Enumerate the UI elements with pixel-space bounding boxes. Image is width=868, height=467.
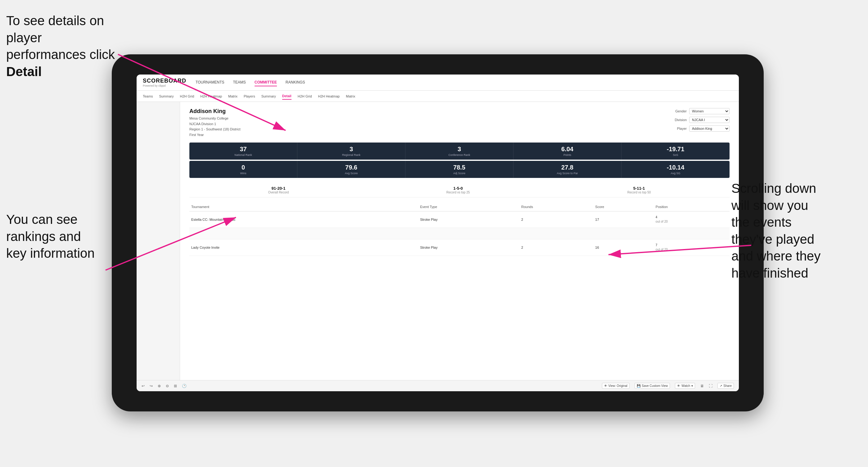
main-content: Addison King Mesa Community College NJCA… bbox=[136, 102, 739, 380]
col-tournament: Tournament bbox=[189, 203, 418, 212]
annotation-right-text: Scrolling downwill show youthe eventsthe… bbox=[732, 181, 820, 280]
subnav-detail[interactable]: Detail bbox=[282, 93, 291, 100]
nav-teams[interactable]: TEAMS bbox=[233, 79, 246, 86]
record-overall-value: 91-20-1 bbox=[268, 186, 289, 191]
annotation-bottom-left-text: You can seerankings andkey information bbox=[6, 212, 95, 260]
gender-filter-row: Gender Women bbox=[671, 108, 730, 114]
annotation-detail-bold: Detail bbox=[6, 64, 41, 79]
subnav-matrix[interactable]: Matrix bbox=[228, 93, 238, 99]
stat-avg-score-par: 27.8 Avg Score to Par bbox=[514, 161, 621, 178]
share-button[interactable]: ↗ Share bbox=[717, 383, 734, 389]
stat-avg-score-par-value: 27.8 bbox=[516, 164, 619, 171]
save-custom-label: Save Custom View bbox=[642, 384, 668, 387]
view-icon: 👁 bbox=[604, 384, 607, 387]
table-row: Estella CC- Mountain Classic Stroke Play… bbox=[189, 212, 730, 228]
cell-rounds-1: 2 bbox=[519, 212, 593, 228]
subnav-h2h-heatmap[interactable]: H2H Heatmap bbox=[200, 93, 222, 99]
record-top50-value: 5-11-1 bbox=[627, 186, 651, 191]
stat-adj-score: 78.5 Adj Score bbox=[405, 161, 514, 178]
gender-select[interactable]: Women bbox=[689, 108, 730, 114]
col-event-type: Event Type bbox=[418, 203, 519, 212]
stat-sos: -19.71 SoS bbox=[621, 143, 730, 160]
subnav-h2h-grid[interactable]: H2H Grid bbox=[180, 93, 194, 99]
main-nav-items: TOURNAMENTS TEAMS COMMITTEE RANKINGS bbox=[195, 79, 305, 86]
annotation-top-left-text: To see details on player performances cl… bbox=[6, 13, 115, 79]
view-original-button[interactable]: 👁 View: Original bbox=[602, 383, 630, 389]
undo-icon[interactable]: ↩ bbox=[142, 384, 145, 388]
gender-label: Gender bbox=[671, 109, 687, 113]
cell-score-empty bbox=[593, 228, 654, 240]
expand-icon[interactable]: ⛶ bbox=[709, 384, 712, 388]
save-custom-button[interactable]: 💾 Save Custom View bbox=[634, 383, 670, 389]
stat-adj-score-value: 78.5 bbox=[408, 164, 511, 171]
subnav-players[interactable]: Players bbox=[244, 93, 255, 99]
division-label: Division bbox=[671, 118, 687, 122]
subnav-summary[interactable]: Summary bbox=[159, 93, 174, 99]
screen-icon[interactable]: 🖥 bbox=[700, 384, 704, 388]
content-area: Addison King Mesa Community College NJCA… bbox=[180, 102, 739, 380]
stat-regional-rank-label: Regional Rank bbox=[300, 153, 403, 156]
layout-icon[interactable]: ⊞ bbox=[174, 384, 177, 388]
annotation-top-left: To see details on player performances cl… bbox=[6, 12, 124, 80]
player-select[interactable]: Addison King bbox=[689, 125, 730, 132]
player-division: NJCAA Division 1 bbox=[189, 121, 240, 127]
cell-tournament-2: Lady Coyote Invite bbox=[189, 240, 418, 256]
subnav-summary2[interactable]: Summary bbox=[261, 93, 276, 99]
subnav-teams[interactable]: Teams bbox=[143, 93, 153, 99]
subnav-h2h-heatmap2[interactable]: H2H Heatmap bbox=[318, 93, 340, 99]
stat-avg-score-label: Avg Score bbox=[300, 172, 403, 175]
stat-avg-score-par-label: Avg Score to Par bbox=[516, 172, 619, 175]
annotation-bottom-left: You can seerankings andkey information bbox=[6, 211, 118, 262]
stat-sos-label: SoS bbox=[624, 153, 727, 156]
stats-row-2: 0 Wins 79.6 Avg Score 78.5 Adj Score 27.… bbox=[189, 161, 730, 178]
division-filter-row: Division NJCAA I bbox=[671, 117, 730, 123]
bottom-toolbar: ↩ ↪ ⊕ ⊖ ⊞ 🕐 👁 View: Original 💾 Save Cust… bbox=[136, 380, 739, 391]
stat-national-rank-label: National Rank bbox=[192, 153, 294, 156]
logo-subtitle: Powered by clippd bbox=[143, 84, 186, 87]
tournament-table: Tournament Event Type Rounds Score Posit… bbox=[189, 203, 730, 256]
redo-icon[interactable]: ↪ bbox=[150, 384, 153, 388]
cell-rounds-2: 2 bbox=[519, 240, 593, 256]
watch-chevron-icon: ▾ bbox=[691, 384, 693, 387]
player-info: Addison King Mesa Community College NJCA… bbox=[189, 108, 240, 137]
table-row bbox=[189, 228, 730, 240]
player-filters: Gender Women Division NJCAA I bbox=[671, 108, 730, 137]
player-region: Region 1 - Southwest (18) District bbox=[189, 127, 240, 132]
view-original-label: View: Original bbox=[609, 384, 628, 387]
cell-rounds-empty bbox=[519, 228, 593, 240]
stat-regional-rank-value: 3 bbox=[300, 146, 403, 153]
stat-wins: 0 Wins bbox=[189, 161, 298, 178]
division-select[interactable]: NJCAA I bbox=[689, 117, 730, 123]
player-college: Mesa Community College bbox=[189, 116, 240, 121]
stats-row-1: 37 National Rank 3 Regional Rank 3 Confe… bbox=[189, 143, 730, 160]
cell-event-type-1: Stroke Play bbox=[418, 212, 519, 228]
save-icon: 💾 bbox=[637, 384, 641, 387]
subnav-matrix2[interactable]: Matrix bbox=[346, 93, 355, 99]
record-overall-label: Overall Record bbox=[268, 191, 289, 194]
stat-avg-score: 79.6 Avg Score bbox=[298, 161, 405, 178]
player-header: Addison King Mesa Community College NJCA… bbox=[189, 108, 730, 137]
watch-button[interactable]: 👁 Watch ▾ bbox=[675, 383, 695, 389]
record-overall: 91-20-1 Overall Record bbox=[268, 186, 289, 194]
nav-committee[interactable]: COMMITTEE bbox=[254, 79, 277, 86]
stat-national-rank: 37 National Rank bbox=[189, 143, 298, 160]
left-sidebar bbox=[136, 102, 180, 380]
stat-conference-rank-value: 3 bbox=[408, 146, 511, 153]
player-name: Addison King bbox=[189, 108, 240, 115]
cell-tournament-empty bbox=[189, 228, 418, 240]
clock-icon[interactable]: 🕐 bbox=[182, 384, 187, 388]
zoom-in-icon[interactable]: ⊕ bbox=[158, 384, 161, 388]
nav-tournaments[interactable]: TOURNAMENTS bbox=[195, 79, 224, 86]
record-top50-label: Record vs top 50 bbox=[627, 191, 651, 194]
logo-area: SCOREBOARD Powered by clippd bbox=[143, 77, 186, 87]
share-label: Share bbox=[723, 384, 732, 387]
nav-rankings[interactable]: RANKINGS bbox=[286, 79, 305, 86]
cell-position-1: 4out of 20 bbox=[654, 212, 730, 228]
stat-adj-score-label: Adj Score bbox=[408, 172, 511, 175]
share-icon: ↗ bbox=[720, 384, 722, 387]
zoom-out-icon[interactable]: ⊖ bbox=[166, 384, 169, 388]
record-top25-value: 1-5-0 bbox=[446, 186, 470, 191]
sub-navigation: Teams Summary H2H Grid H2H Heatmap Matri… bbox=[136, 91, 739, 102]
subnav-h2h-grid2[interactable]: H2H Grid bbox=[298, 93, 312, 99]
col-rounds: Rounds bbox=[519, 203, 593, 212]
